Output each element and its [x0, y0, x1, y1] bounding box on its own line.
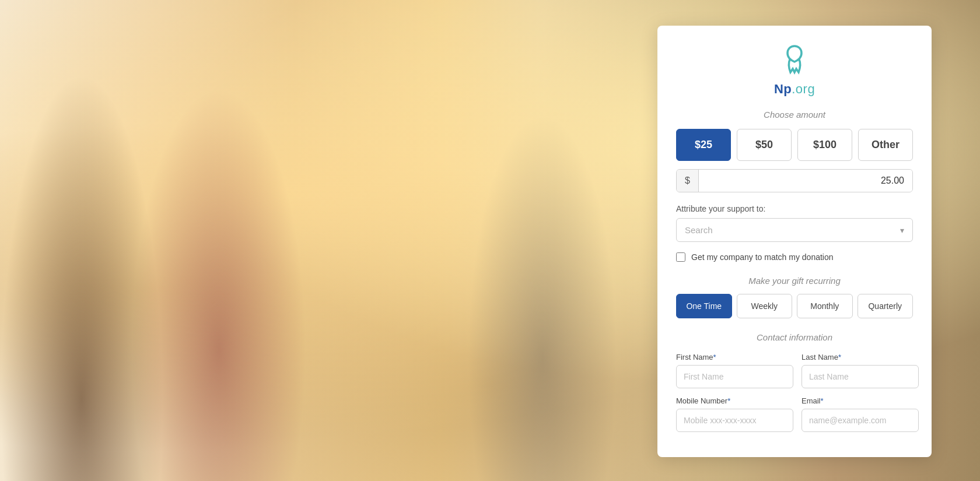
last-name-group: Last Name* [802, 353, 919, 388]
donation-panel: Np.org Choose amount $25 $50 $100 Other … [657, 26, 932, 457]
company-match-checkbox[interactable] [676, 252, 685, 262]
contact-label: Contact information [676, 332, 913, 342]
first-name-input[interactable] [676, 365, 793, 388]
logo-text: Np.org [774, 82, 815, 97]
email-label: Email* [802, 396, 919, 405]
chevron-down-icon: ▾ [900, 226, 904, 235]
freq-quarterly-button[interactable]: Quarterly [858, 294, 914, 318]
last-name-label: Last Name* [802, 353, 919, 361]
dollar-sign: $ [677, 170, 699, 192]
amount-grid: $25 $50 $100 Other [676, 129, 913, 161]
mobile-group: Mobile Number* [676, 396, 793, 432]
search-dropdown[interactable]: Search ▾ [676, 218, 913, 242]
attribute-label: Attribute your support to: [676, 204, 913, 213]
mobile-input[interactable] [676, 409, 793, 432]
ribbon-icon [780, 43, 809, 78]
freq-one-time-button[interactable]: One Time [676, 294, 732, 318]
contact-grid: First Name* Last Name* Mobile Number* Em… [676, 353, 913, 432]
amount-input[interactable] [699, 170, 912, 192]
amount-other-button[interactable]: Other [858, 129, 913, 161]
last-name-input[interactable] [802, 365, 919, 388]
company-match-label: Get my company to match my donation [691, 252, 834, 262]
amount-100-button[interactable]: $100 [797, 129, 852, 161]
search-placeholder: Search [685, 225, 713, 235]
email-group: Email* [802, 396, 919, 432]
logo-area: Np.org [676, 43, 913, 97]
amount-50-button[interactable]: $50 [737, 129, 792, 161]
first-name-label: First Name* [676, 353, 793, 361]
amount-25-button[interactable]: $25 [676, 129, 731, 161]
freq-weekly-button[interactable]: Weekly [737, 294, 793, 318]
choose-amount-label: Choose amount [676, 110, 913, 120]
email-input[interactable] [802, 409, 919, 432]
first-name-group: First Name* [676, 353, 793, 388]
freq-monthly-button[interactable]: Monthly [797, 294, 853, 318]
frequency-grid: One Time Weekly Monthly Quarterly [676, 294, 913, 318]
company-match-row: Get my company to match my donation [676, 252, 913, 262]
recurring-label: Make your gift recurring [676, 276, 913, 286]
amount-input-row: $ [676, 169, 913, 192]
mobile-label: Mobile Number* [676, 396, 793, 405]
